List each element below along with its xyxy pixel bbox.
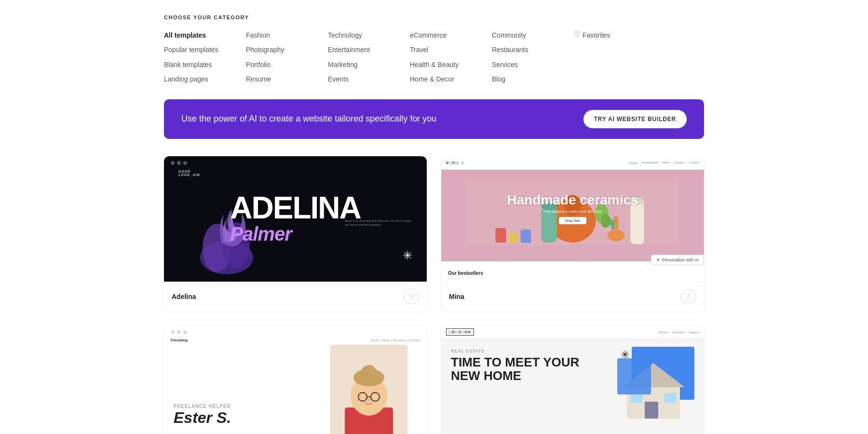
nav-travel[interactable]: Travel [410,44,487,55]
adelina-content: ADELINA Palmer [216,183,375,255]
presson-headline: TIME TO MEET YOURNEW HOME [451,355,579,383]
sparkle-icon: ✦ [656,258,660,262]
nav-blank-templates[interactable]: Blank templates [164,59,241,70]
svg-rect-29 [645,402,658,419]
nav-favorites[interactable]: Favorites [583,30,610,41]
adelina-preview: GOODLOOK, AIN ADELINA Palmer ✳ [164,156,427,282]
nav-portfolio[interactable]: Portfolio [246,59,323,70]
favorites-col: ♡ Favorites [574,30,656,85]
mina-nav: Shop ▾SustainabilityAboutContact□ Cart(1… [629,161,699,164]
mina-favorite-button[interactable]: ♡ [681,289,696,304]
nav-home-decor[interactable]: Home & Decor [410,74,487,84]
nav-marketing[interactable]: Marketing [328,59,405,70]
presson-hero: REAL ESTATE TIME TO MEET YOURNEW HOME ✳ [441,339,704,383]
nav-resume[interactable]: Resume [246,74,323,84]
category-col-3: Technology Entertainment Marketing Event… [328,30,410,85]
templates-grid: GOODLOOK, AIN ADELINA Palmer ✳ [164,156,704,434]
nav-technology[interactable]: Technology [328,30,405,41]
category-title: CHOOSE YOUR CATEGORY [164,14,704,20]
window-dots-adelina [171,161,187,165]
mina-promo-text: Free shipping on orders over $50 more [507,210,638,213]
adelina-logo: GOODLOOK, AIN [178,170,200,176]
personalize-label: Personalize with AI [662,258,699,262]
ester-topbar: FlexiHelp About | Work | Services | Cont… [171,338,420,342]
mina-topbar: MINA Shop ▾SustainabilityAboutContact□ C… [441,156,704,170]
template-card-presson[interactable]: PRESSON Home ▾Projects ▾Pages ▾ REAL EST… [441,326,704,434]
presson-preview: PRESSON Home ▾Projects ▾Pages ▾ REAL EST… [441,326,704,434]
favorites-heart-icon: ♡ [574,30,580,39]
mina-name: Mina [449,293,464,300]
template-card-adelina[interactable]: GOODLOOK, AIN ADELINA Palmer ✳ [164,156,427,311]
svg-rect-15 [509,233,518,243]
svg-rect-16 [521,230,531,243]
category-col-5: Community Restaurants Services Blog [492,30,574,85]
ester-name: Ester S. [174,409,231,427]
adelina-subtitle: Palmer [230,223,360,245]
window-dots-presson [448,330,464,334]
adelina-footer: Adelina ♡ [164,282,427,311]
nav-entertainment[interactable]: Entertainment [328,44,405,55]
nav-services[interactable]: Services [492,59,569,70]
mina-hero-title: Handmade ceramics [507,192,638,208]
category-col-4: eCommerce Travel Health & Beauty Home & … [410,30,492,85]
adelina-favorite-button[interactable]: ♡ [404,289,419,304]
template-card-mina[interactable]: MINA Shop ▾SustainabilityAboutContact□ C… [441,156,704,311]
svg-rect-32 [617,358,651,394]
nav-events[interactable]: Events [328,74,405,84]
category-col-1: All templates Popular templates Blank te… [164,30,246,85]
nav-restaurants[interactable]: Restaurants [492,44,569,55]
nav-fashion[interactable]: Fashion [246,30,323,41]
category-col-2: Fashion Photography Portfolio Resume [246,30,328,85]
mina-hero: Handmade ceramics Free shipping on order… [441,170,704,261]
mina-preview: MINA Shop ▾SustainabilityAboutContact□ C… [441,156,704,282]
window-dots-ester [171,330,187,334]
presson-topbar: PRESSON Home ▾Projects ▾Pages ▾ [441,326,704,339]
template-card-ester[interactable]: FlexiHelp About | Work | Services | Cont… [164,326,427,434]
mina-bestsellers-label: Our bestsellers [448,271,483,276]
svg-rect-31 [665,393,676,403]
mina-shop-button[interactable]: Shop Now [559,217,586,224]
adelina-spark-icon: ✳ [403,249,412,262]
nav-community[interactable]: Community [492,30,569,41]
nav-landing-pages[interactable]: Landing pages [164,74,241,84]
mina-bestsellers-bar: Our bestsellers [441,265,704,282]
personalize-ai-button[interactable]: ✦ Personalize with AI [651,255,704,265]
nav-photography[interactable]: Photography [246,44,323,55]
svg-point-23 [361,365,377,380]
mina-hero-text: Handmade ceramics Free shipping on order… [507,192,638,224]
nav-health-beauty[interactable]: Health & Beauty [410,59,487,70]
presson-tagline: REAL ESTATE [451,349,485,353]
ai-banner-text: Use the power of AI to create a website … [181,114,436,124]
adelina-main-title: ADELINA [230,192,360,223]
adelina-name: Adelina [172,293,196,300]
presson-nav: Home ▾Projects ▾Pages ▾ [658,330,699,334]
category-nav: All templates Popular templates Blank te… [164,30,704,85]
svg-rect-14 [496,228,506,243]
ester-preview: FlexiHelp About | Work | Services | Cont… [164,326,427,434]
ai-website-builder-button[interactable]: TRY AI WEBSITE BUILDER [583,110,687,128]
ai-banner: Use the power of AI to create a website … [164,99,704,139]
category-section: CHOOSE YOUR CATEGORY All templates Popul… [164,14,704,85]
window-dots-mina [448,161,464,165]
mina-footer: Mina ♡ [441,282,704,311]
nav-all-templates[interactable]: All templates [164,30,241,41]
nav-ecommerce[interactable]: eCommerce [410,30,487,41]
nav-popular-templates[interactable]: Popular templates [164,44,241,55]
ester-text-area: Freelance Helper Ester S. [174,404,231,427]
nav-blog[interactable]: Blog [492,74,569,84]
ester-logo: FlexiHelp [171,338,188,342]
